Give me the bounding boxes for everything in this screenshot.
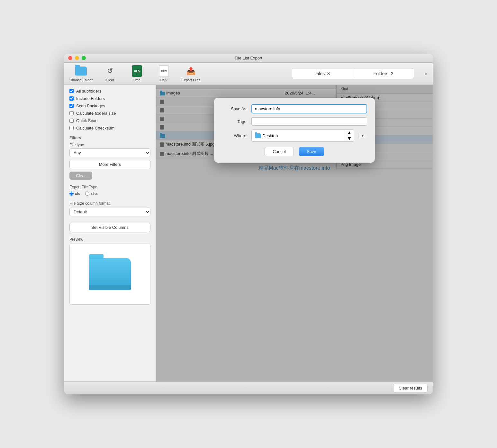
refresh-icon: ↺ xyxy=(104,65,116,77)
calc-folders-size-label: Calculate folders size xyxy=(76,111,116,116)
radio-xlsx[interactable] xyxy=(85,192,89,196)
scan-packages-row: Scan Packages xyxy=(69,103,150,108)
export-icon: 📤 xyxy=(185,65,197,77)
clear-filters-button[interactable]: Clear xyxy=(69,172,92,180)
more-filters-button[interactable]: More Filters xyxy=(69,160,150,169)
clear-toolbar-button[interactable]: ↺ Clear xyxy=(100,65,120,82)
excel-button[interactable]: XLS Excel xyxy=(127,65,147,82)
up-arrow: ▲ xyxy=(347,130,352,136)
where-selector[interactable]: Desktop ▲ ▼ xyxy=(251,130,354,142)
calc-checksum-label: Calculate Checksum xyxy=(76,126,114,130)
file-size-select[interactable]: Default xyxy=(69,208,150,216)
where-label: Where: xyxy=(222,133,248,138)
choose-folder-icon xyxy=(75,65,87,77)
calc-checksum-checkbox[interactable] xyxy=(69,126,74,130)
export-type-section: Export File Type xls xlsx xyxy=(69,185,150,196)
quick-scan-checkbox[interactable] xyxy=(69,119,74,123)
files-stat: Files: 8 xyxy=(292,68,353,79)
save-as-row: Save As: xyxy=(222,104,367,113)
file-type-select[interactable]: Any xyxy=(69,148,150,157)
save-as-input[interactable] xyxy=(251,104,367,113)
where-expand-button[interactable]: ▼ xyxy=(358,133,367,138)
bottom-bar: Clear results xyxy=(64,381,433,394)
titlebar: File List Export xyxy=(64,54,433,63)
quick-scan-label: Quick Scan xyxy=(76,118,97,123)
export-files-button[interactable]: 📤 Export Files xyxy=(181,65,201,82)
preview-title: Preview xyxy=(69,237,150,242)
where-main: Desktop xyxy=(252,132,345,140)
scan-packages-checkbox[interactable] xyxy=(69,104,74,108)
tags-label: Tags: xyxy=(222,119,248,124)
include-folders-label: Include Folders xyxy=(76,96,105,101)
tags-row: Tags: xyxy=(222,117,367,126)
quick-scan-row: Quick Scan xyxy=(69,118,150,123)
calc-folders-size-checkbox[interactable] xyxy=(69,111,74,115)
preview-box xyxy=(69,244,150,305)
save-as-label: Save As: xyxy=(222,106,248,111)
excel-label: Excel xyxy=(133,78,141,82)
folder-preview-icon xyxy=(89,258,131,290)
desktop-folder-icon xyxy=(255,133,261,138)
maximize-button[interactable] xyxy=(82,56,86,60)
stats-panel: Files: 8 Folders: 2 xyxy=(292,68,414,79)
where-arrows[interactable]: ▲ ▼ xyxy=(345,130,354,141)
file-size-title: File Size column format xyxy=(69,201,150,206)
folders-stat: Folders: 2 xyxy=(353,68,414,79)
all-subfolders-row: All subfolders xyxy=(69,89,150,94)
file-size-section: File Size column format Default xyxy=(69,201,150,216)
all-subfolders-checkbox[interactable] xyxy=(69,89,74,93)
scan-packages-label: Scan Packages xyxy=(76,103,105,108)
radio-xls-label[interactable]: xls xyxy=(69,191,80,196)
csv-button[interactable]: CSV CSV xyxy=(154,65,174,82)
preview-section: Preview xyxy=(69,237,150,305)
radio-xls[interactable] xyxy=(69,192,74,196)
clear-results-button[interactable]: Clear results xyxy=(393,384,428,392)
file-type-label: File type: xyxy=(69,143,150,147)
down-arrow: ▼ xyxy=(347,136,352,141)
radio-xlsx-label[interactable]: xlsx xyxy=(85,191,98,196)
radio-xlsx-text: xlsx xyxy=(91,191,98,196)
main-area: All subfolders Include Folders Scan Pack… xyxy=(64,85,433,381)
where-row: Where: Desktop ▲ ▼ ▼ xyxy=(222,130,367,142)
calc-folders-size-row: Calculate folders size xyxy=(69,111,150,116)
window-controls xyxy=(68,56,86,60)
excel-icon: XLS xyxy=(131,65,143,77)
csv-label: CSV xyxy=(160,78,168,82)
dialog-overlay: Save As: Tags: Where: Desktop xyxy=(156,85,433,381)
save-dialog: Save As: Tags: Where: Desktop xyxy=(214,98,375,163)
save-button[interactable]: Save xyxy=(299,147,324,156)
tags-input[interactable] xyxy=(251,117,367,126)
radio-group: xls xlsx xyxy=(69,191,150,196)
csv-icon: CSV xyxy=(158,65,170,77)
minimize-button[interactable] xyxy=(75,56,79,60)
set-visible-columns-button[interactable]: Set Visible Columns xyxy=(69,223,150,232)
clear-toolbar-label: Clear xyxy=(106,78,114,82)
choose-folder-label: Choose Folder xyxy=(69,78,93,82)
expand-icon[interactable]: » xyxy=(424,70,428,77)
close-button[interactable] xyxy=(68,56,72,60)
toolbar: Choose Folder ↺ Clear XLS Excel CSV CSV … xyxy=(64,63,433,85)
choose-folder-button[interactable]: Choose Folder xyxy=(69,65,93,82)
export-files-label: Export Files xyxy=(182,78,200,82)
include-folders-checkbox[interactable] xyxy=(69,96,74,101)
where-value: Desktop xyxy=(263,133,278,138)
dialog-buttons: Cancel Save xyxy=(222,147,367,156)
export-type-title: Export File Type xyxy=(69,185,150,189)
radio-xls-text: xls xyxy=(75,191,80,196)
sidebar: All subfolders Include Folders Scan Pack… xyxy=(64,85,156,381)
calc-checksum-row: Calculate Checksum xyxy=(69,126,150,130)
file-type-filter: File type: Any xyxy=(69,143,150,157)
window-title: File List Export xyxy=(235,56,262,60)
cancel-button[interactable]: Cancel xyxy=(265,147,294,156)
all-subfolders-label: All subfolders xyxy=(76,89,101,94)
filters-title: Filters xyxy=(69,136,150,140)
content-area: Images 2020/5/24, 1:4... 2020/5/24, 1:..… xyxy=(156,85,433,381)
include-folders-row: Include Folders xyxy=(69,96,150,101)
